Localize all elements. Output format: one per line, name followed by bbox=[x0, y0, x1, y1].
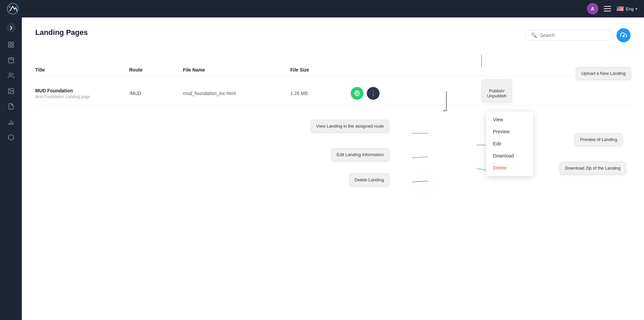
language-selector[interactable]: 🇺🇸 Eng ▾ bbox=[616, 5, 637, 12]
sidebar-item-image[interactable] bbox=[4, 84, 18, 98]
avatar-letter: A bbox=[591, 6, 594, 11]
sidebar-toggle-button[interactable]: ❯ bbox=[6, 23, 16, 32]
sidebar-item-box[interactable] bbox=[4, 130, 18, 144]
users-icon bbox=[8, 72, 14, 79]
sidebar-item-document[interactable] bbox=[4, 99, 18, 113]
svg-line-24 bbox=[412, 157, 428, 158]
sidebar-item-chart[interactable] bbox=[4, 115, 18, 129]
col-filename: File Name bbox=[183, 67, 290, 73]
svg-rect-4 bbox=[8, 45, 10, 47]
search-wrap: 🔍 bbox=[525, 30, 612, 41]
dropdown-menu: View Preview Edit Download Delete bbox=[486, 111, 533, 176]
tooltip-preview: Preview of Landing bbox=[575, 133, 622, 146]
tooltip-upload: Upload a New Landing bbox=[576, 67, 631, 80]
svg-rect-5 bbox=[11, 45, 13, 47]
col-title: Title bbox=[35, 67, 129, 73]
cloud-upload-icon bbox=[620, 32, 627, 39]
chevron-down-icon: ▾ bbox=[636, 7, 637, 11]
col-filesize: File Size bbox=[290, 67, 351, 73]
col-route: Route bbox=[129, 67, 183, 73]
row-filesize: 1.26 MB bbox=[290, 91, 351, 96]
sidebar-item-calendar[interactable] bbox=[4, 53, 18, 67]
hamburger-menu[interactable] bbox=[604, 6, 611, 11]
box-icon bbox=[8, 134, 14, 141]
table-row: MUD Foundation Mud Foundation Landing pa… bbox=[35, 82, 631, 105]
dropdown-item-preview[interactable]: Preview bbox=[486, 126, 533, 138]
tooltip-edit-text: Edit Landing Information bbox=[337, 152, 384, 157]
more-options-button[interactable]: ⋮ bbox=[367, 87, 380, 100]
tooltip-upload-text: Upload a New Landing bbox=[581, 71, 626, 76]
image-icon bbox=[8, 88, 14, 94]
tooltip-delete-landing: Delete Landing bbox=[350, 174, 389, 186]
user-avatar-button[interactable]: A bbox=[587, 3, 598, 14]
topbar-right: A 🇺🇸 Eng ▾ bbox=[587, 3, 637, 14]
table-header: Title Route File Name File Size bbox=[35, 64, 631, 76]
dropdown-delete-label: Delete bbox=[493, 165, 506, 171]
dropdown-item-delete[interactable]: Delete bbox=[486, 162, 533, 174]
tooltip-view-landing: View Landing in the assigned route bbox=[311, 120, 389, 132]
topbar: A 🇺🇸 Eng ▾ bbox=[0, 0, 644, 17]
table: Title Route File Name File Size MUD Foun… bbox=[35, 64, 631, 105]
search-icon: 🔍 bbox=[531, 32, 537, 38]
sidebar-item-users[interactable] bbox=[4, 68, 18, 83]
dropdown-download-label: Download bbox=[493, 153, 514, 158]
upload-button[interactable] bbox=[616, 28, 631, 42]
svg-line-27 bbox=[477, 169, 486, 170]
tooltip-preview-text: Preview of Landing bbox=[580, 137, 617, 142]
svg-rect-3 bbox=[11, 42, 13, 44]
main-content: Landing Pages 🔍 Title Route File Name Fi… bbox=[22, 17, 644, 320]
dropdown-item-view[interactable]: View bbox=[486, 113, 533, 126]
svg-point-10 bbox=[9, 73, 11, 76]
svg-point-1 bbox=[9, 6, 10, 8]
svg-point-12 bbox=[9, 90, 10, 91]
sidebar-item-dashboard[interactable] bbox=[4, 38, 18, 52]
logo-icon bbox=[7, 3, 19, 15]
connector-lines bbox=[22, 17, 644, 320]
globe-icon bbox=[354, 90, 360, 96]
tooltip-view-text: View Landing in the assigned route bbox=[316, 124, 384, 129]
dropdown-preview-label: Preview bbox=[493, 129, 510, 134]
dropdown-item-download[interactable]: Download bbox=[486, 150, 533, 162]
sidebar: ❯ bbox=[0, 17, 22, 320]
svg-rect-6 bbox=[8, 58, 13, 63]
calendar-icon bbox=[8, 57, 14, 63]
tooltip-download: Download Zip of the Landing bbox=[560, 162, 626, 174]
svg-line-25 bbox=[412, 181, 428, 182]
ellipsis-icon: ⋮ bbox=[370, 90, 377, 97]
publish-unpublish-button[interactable] bbox=[351, 87, 363, 100]
topbar-left bbox=[7, 3, 19, 15]
tooltip-delete-text: Delete Landing bbox=[355, 177, 384, 182]
lang-label: Eng bbox=[626, 6, 634, 11]
toolbar: 🔍 bbox=[525, 28, 631, 42]
row-subtitle: Mud Foundation Landing page bbox=[35, 94, 129, 99]
svg-rect-2 bbox=[8, 42, 10, 44]
tooltip-publish-text: Publish/ Unpublish bbox=[487, 88, 506, 98]
dropdown-view-label: View bbox=[493, 117, 503, 122]
bar-chart-icon bbox=[8, 119, 14, 125]
tooltip-download-text: Download Zip of the Landing bbox=[565, 166, 621, 171]
dropdown-edit-label: Edit bbox=[493, 141, 501, 146]
row-title-cell: MUD Foundation Mud Foundation Landing pa… bbox=[35, 88, 129, 99]
tooltip-publish: Publish/ Unpublish bbox=[482, 80, 511, 102]
file-icon bbox=[8, 103, 14, 110]
row-filename: mud_foundation_inc-html bbox=[183, 91, 290, 96]
row-title: MUD Foundation bbox=[35, 88, 129, 93]
dropdown-item-edit[interactable]: Edit bbox=[486, 138, 533, 150]
row-route: /MUD bbox=[129, 91, 183, 96]
flag-icon: 🇺🇸 bbox=[616, 5, 624, 12]
tooltip-edit-landing: Edit Landing Information bbox=[332, 148, 389, 161]
search-input[interactable] bbox=[540, 33, 607, 38]
grid-icon bbox=[8, 41, 14, 48]
